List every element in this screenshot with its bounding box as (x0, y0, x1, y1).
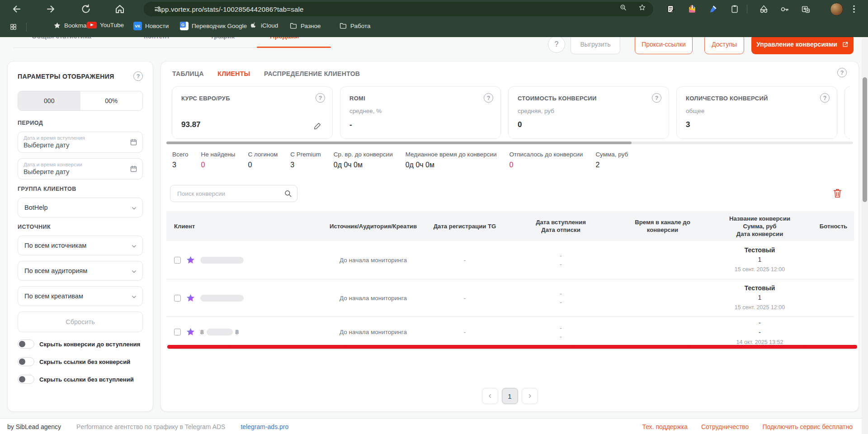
reset-button[interactable]: Сбросить (18, 311, 143, 332)
masked-client-name (207, 329, 233, 335)
panel-help-icon[interactable]: ? (837, 68, 847, 77)
chevron-down-icon (131, 205, 137, 211)
stat-with-premium: С Premium3 (290, 151, 321, 169)
bookmark-folder-misc[interactable]: Разное (289, 22, 321, 30)
forward-icon[interactable] (45, 4, 56, 14)
apps-grid-icon[interactable] (9, 23, 17, 31)
row-checkbox[interactable] (174, 329, 181, 335)
card-help-icon[interactable]: ? (484, 93, 493, 103)
table-row[interactable]: До начала мониторинга - -- Тестовый 1 15… (166, 279, 854, 317)
display-mode-percent[interactable]: 00% (80, 91, 143, 110)
display-mode-absolute[interactable]: 000 (18, 91, 80, 110)
pencil-box-extension-icon[interactable] (687, 4, 697, 14)
notes-extension-icon[interactable] (666, 4, 676, 14)
sidebar-help-icon[interactable]: ? (133, 71, 143, 81)
export-button[interactable]: Выгрузить (571, 34, 620, 54)
edit-pencil-icon[interactable] (313, 121, 322, 130)
clipboard-extension-icon[interactable] (730, 4, 740, 14)
footer-support-link[interactable]: Тех. поддержка (642, 423, 688, 430)
clients-table: Клиент Источник/Аудитория/Креатив Дата р… (166, 211, 854, 348)
metric-card-conversion-cost: СТОИМОСТЬ КОНВЕРСИИ ? средняя, руб 0 (508, 86, 669, 139)
next-page-button[interactable] (522, 388, 538, 404)
key-extension-icon[interactable] (779, 4, 789, 14)
client-group-label: ГРУППА КЛИЕНТОВ (18, 186, 143, 192)
site-info-icon[interactable] (154, 5, 161, 13)
bookmark-youtube[interactable]: YouTube (87, 22, 124, 28)
bookmark-folder-work[interactable]: Работа (339, 22, 371, 30)
date-from-value: Выберите дату (24, 142, 137, 149)
stat-total: Всего3 (172, 151, 188, 169)
card-help-icon[interactable]: ? (652, 93, 661, 103)
bookmark-icloud[interactable]: iCloud (250, 22, 278, 29)
card-value: 93.87 (181, 120, 201, 129)
help-button[interactable]: ? (548, 36, 565, 53)
search-icon[interactable] (284, 189, 292, 198)
card-help-icon[interactable]: ? (820, 93, 830, 103)
manage-conversions-button[interactable]: Управление конверсиями (751, 34, 854, 54)
date-to-input[interactable]: Дата и время конверсии Выберите дату (18, 158, 143, 179)
browser-menu-icon[interactable] (851, 4, 857, 14)
metric-card-conversion-count: КОЛИЧЕСТВО КОНВЕРСИЙ ? общее 3 (676, 86, 837, 139)
table-row[interactable]: До начала мониторинга - -- Тестовый 1 15… (166, 241, 854, 279)
footer-partnership-link[interactable]: Сотрудничество (701, 423, 749, 430)
table-row[interactable]: 8 8 До начала мониторинга - -- - - 14 ок… (166, 317, 854, 348)
clients-panel: ТАБЛИЦА КЛИЕНТЫ РАСПРЕДЕЛЕНИЕ КЛИЕНТОВ ?… (160, 61, 859, 412)
cell-conversion: Тестовый 1 15 сент. 2025 12:00 (707, 246, 813, 274)
bookmark-google-translate[interactable]: G Переводчик Google (180, 22, 247, 30)
calendar-icon[interactable] (130, 165, 137, 173)
calendar-icon[interactable] (130, 138, 137, 146)
hide-links-no-conversions-toggle[interactable] (18, 357, 34, 366)
stat-avg-time: Ср. вр. до конверсии0д 0ч 0м (334, 151, 393, 169)
hide-links-no-joins-toggle[interactable] (18, 375, 34, 384)
footer-connect-link[interactable]: Подключить сервис бесплатно (762, 423, 853, 430)
bookmark-star-icon[interactable] (638, 4, 646, 11)
col-time-in-channel: Время в канале до конверсии (618, 218, 707, 234)
profile-avatar[interactable] (830, 3, 843, 16)
zoom-icon[interactable] (619, 4, 627, 11)
tab-client-distribution[interactable]: РАСПРЕДЕЛЕНИЕ КЛИЕНТОВ (264, 70, 360, 77)
home-icon[interactable] (114, 4, 125, 14)
pen-extension-icon[interactable] (708, 4, 718, 14)
hide-conversions-toggle[interactable] (18, 340, 34, 349)
source-select[interactable]: По всем источникам (18, 236, 143, 255)
footer-brand: by SibLead agency (7, 423, 61, 430)
date-to-value: Выберите дату (24, 168, 137, 175)
toolbar-divider (747, 5, 747, 14)
metric-card-eur-rub: КУРС ЕВРО/РУБ ? 93.87 (172, 86, 333, 139)
audience-select[interactable]: По всем аудиториям (18, 261, 143, 281)
page-number: 1 (508, 392, 511, 400)
source-value: По всем источникам (24, 242, 86, 249)
creative-select[interactable]: По всем креативам (18, 286, 143, 306)
bookmark-news[interactable]: VK Новости (133, 22, 169, 30)
address-bar[interactable]: app.vortex.pro/stats/-1002856442086?tab=… (144, 2, 653, 16)
cell-tg-date: - (426, 294, 503, 302)
red-annotation-line (167, 345, 857, 349)
sidebar-title: ПАРАМЕТРЫ ОТОБРАЖЕНИЯ (18, 73, 114, 80)
vertical-scrollbar[interactable] (862, 37, 868, 434)
client-group-select[interactable]: BotHelp (18, 198, 143, 217)
back-icon[interactable] (11, 4, 22, 14)
tab-clients[interactable]: КЛИЕНТЫ (217, 70, 250, 77)
footer-site-link[interactable]: telegram-ads.pro (241, 423, 288, 430)
google-translate-icon: G (180, 22, 189, 30)
summary-stats-row: Всего3 Не найдены0 С логином0 С Premium3… (172, 151, 641, 169)
delete-icon[interactable] (833, 188, 842, 198)
proxy-links-button[interactable]: Прокси-ссылки (635, 34, 693, 54)
reload-icon[interactable] (80, 4, 91, 14)
card-help-icon[interactable]: ? (316, 93, 325, 103)
access-button[interactable]: Доступы (704, 34, 744, 54)
vertical-scrollbar-thumb[interactable] (863, 77, 867, 202)
translate-extension-icon[interactable] (801, 4, 811, 14)
prev-page-button[interactable] (482, 388, 498, 404)
row-checkbox[interactable] (174, 295, 181, 302)
glasses-extension-icon[interactable] (759, 4, 769, 14)
search-input[interactable] (176, 190, 284, 198)
premium-star-icon (186, 327, 195, 337)
tabs-divider (14, 47, 257, 48)
horizontal-scrollbar-thumb[interactable] (166, 142, 632, 144)
row-checkbox[interactable] (174, 257, 181, 264)
metric-card-partial: П в 2 (844, 86, 850, 139)
date-from-input[interactable]: Дата и время вступления Выберите дату (18, 132, 143, 153)
tab-table[interactable]: ТАБЛИЦА (172, 70, 204, 77)
current-page-button[interactable]: 1 (502, 388, 518, 404)
